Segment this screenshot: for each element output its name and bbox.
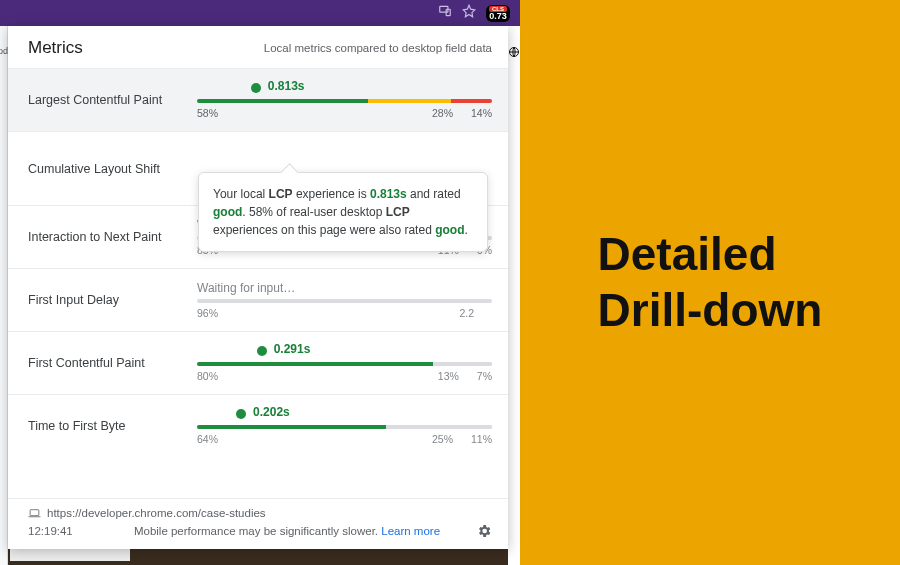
marker-icon	[257, 346, 267, 356]
panel-subtitle: Local metrics compared to desktop field …	[264, 42, 492, 54]
metric-row-fid[interactable]: First Input Delay Waiting for input… 96%…	[8, 268, 508, 331]
metric-value: 0.813s	[268, 79, 305, 93]
star-icon[interactable]	[462, 4, 476, 22]
pct-good: 80%	[197, 370, 218, 382]
laptop-icon	[28, 508, 41, 519]
page-edge	[508, 26, 520, 565]
learn-more-link[interactable]: Learn more	[381, 525, 440, 537]
globe-icon	[508, 46, 520, 58]
metric-name: First Contentful Paint	[28, 356, 183, 370]
slide-caption: DetailedDrill-down	[598, 227, 823, 337]
pct-poor: 14%	[471, 107, 492, 119]
pct-ni: 28%	[432, 107, 453, 119]
devices-icon[interactable]	[438, 4, 452, 22]
badge-value: 0.73	[489, 12, 507, 21]
distribution-bar	[197, 425, 492, 429]
metric-tooltip: Your local LCP experience is 0.813s and …	[198, 172, 488, 252]
metric-value: 0.202s	[253, 405, 290, 419]
pct-poor: 11%	[471, 433, 492, 445]
footer-time: 12:19:41	[28, 525, 98, 537]
marker-icon	[251, 83, 261, 93]
distribution-bar	[197, 99, 492, 103]
metric-name: Time to First Byte	[28, 419, 183, 433]
pct-good: 96%	[197, 307, 218, 319]
devtools-sidebar-edge: od	[0, 26, 8, 565]
metric-name: Cumulative Layout Shift	[28, 162, 183, 176]
metrics-panel: Metrics Local metrics compared to deskto…	[8, 26, 508, 549]
extension-badge[interactable]: CLS 0.73	[486, 5, 510, 22]
metric-row-lcp[interactable]: Largest Contentful Paint 0.813s 58%28%14…	[8, 68, 508, 131]
metrics-list: Largest Contentful Paint 0.813s 58%28%14…	[8, 68, 508, 498]
distribution-bar	[197, 299, 492, 303]
page-thumbnail	[10, 547, 130, 561]
svg-rect-3	[30, 509, 39, 515]
metric-row-ttfb[interactable]: Time to First Byte 0.202s 64%25%11%	[8, 394, 508, 457]
panel-footer: https://developer.chrome.com/case-studie…	[8, 498, 508, 549]
distribution-bar	[197, 362, 492, 366]
slide-caption-panel: DetailedDrill-down	[520, 0, 900, 565]
pct-good: 58%	[197, 107, 218, 119]
pct-ni: 25%	[432, 433, 453, 445]
pct-good: 64%	[197, 433, 218, 445]
pct-ni: 13%	[438, 370, 459, 382]
panel-title: Metrics	[28, 38, 83, 58]
metric-name: Largest Contentful Paint	[28, 93, 183, 107]
metric-value: Waiting for input…	[197, 281, 492, 295]
marker-icon	[236, 409, 246, 419]
browser-titlebar: CLS 0.73	[0, 0, 520, 26]
footer-url: https://developer.chrome.com/case-studie…	[47, 507, 266, 519]
footer-message: Mobile performance may be significantly …	[98, 525, 476, 537]
pct-poor: 2.2	[459, 307, 474, 319]
metric-row-fcp[interactable]: First Contentful Paint 0.291s 80%13%7%	[8, 331, 508, 394]
metric-name: Interaction to Next Paint	[28, 230, 183, 244]
gear-icon[interactable]	[476, 523, 492, 539]
metric-name: First Input Delay	[28, 293, 183, 307]
metric-value: 0.291s	[274, 342, 311, 356]
pct-poor: 7%	[477, 370, 492, 382]
